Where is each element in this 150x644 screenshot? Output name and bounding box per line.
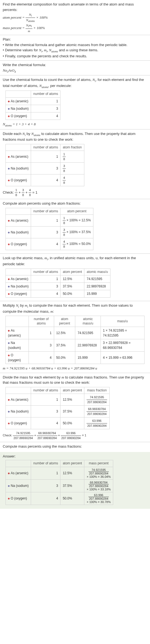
plan-h: Plan: [3,37,11,41]
dot-icon [8,485,10,487]
table-row: As (arsenic)112.5%74.921595207.88690284 [6,394,110,406]
table-atommass: number of atomsatom percentatomic mass/u… [5,269,110,298]
dot-icon [8,156,10,158]
dot-icon [8,101,10,102]
plan: Plan: • Write the chemical formula and g… [0,35,150,60]
natoms-eq: Natoms = 1 + 3 + 4 = 8 [3,122,36,126]
table-row: O (oxygen)450.0%63.996207.88690284 [6,417,110,429]
step-molmass: Multiply Ni by mi to compute the mass fo… [0,301,150,373]
m-eq: m = 74.921595 u + 68.96930784 u + 63.996… [3,366,97,370]
step-atompct: Compute atom percents using the atom fra… [0,199,150,253]
plan-b3: • Finally, compute the percents and chec… [3,54,87,58]
table-row: As (arsenic)118 [6,151,84,163]
step-atomfrac: Divide each Ni by Natoms to calculate at… [0,129,150,199]
mass-percent-eq: mass percent = Nimim × 100% [3,26,45,30]
table-row: Na (sodium)337.5%68.96930784207.88690284 [6,406,110,417]
dot-icon [8,498,10,499]
table-row: O (oxygen)450.0%15.9994 × 15.999 = 63.99… [6,352,145,364]
dot-icon [8,278,10,280]
dot-icon [8,342,10,344]
table-row: O (oxygen)450.0%15.999 [6,290,110,298]
table-row: Na (sodium)3 [6,105,60,112]
answer-label: Answer: [3,454,16,458]
table-count: number of atoms As (arsenic)1 Na (sodium… [5,91,60,120]
dot-icon [8,286,10,287]
dot-icon [8,115,10,117]
table-answer: number of atomsatom percentmass percent … [5,460,113,505]
table-row: O (oxygen)4 [6,112,60,120]
check-mf: Check: 74.921595207.88690284 + 68.969307… [3,434,86,437]
table-atomfrac: number of atomsatom fraction As (arsenic… [5,144,84,187]
step-massfrac: Divide the mass for each element by m to… [0,373,150,442]
table-row: O (oxygen)450.0%63.996207.88690284× 100%… [6,492,113,505]
step-atommass: Look up the atomic mass, mi, in unified … [0,254,150,301]
step-formula: Write the chemical formula: Na3AsO4 [0,61,150,75]
dot-icon [8,108,10,110]
plan-b1: • Write the chemical formula and gather … [3,43,127,47]
table-row: Na (sodium)337.5%22.98976928 [6,283,110,290]
answer-block: Answer: number of atomsatom percentmass … [0,452,150,509]
table-molmass: number of atomsatom percentatomic mass/u… [5,316,145,364]
dot-icon [8,220,10,222]
table-row: As (arsenic)112.5%74.921595 [6,275,110,283]
dot-icon [8,293,10,295]
dot-icon [8,244,10,245]
table-row: O (oxygen)448 × 100% = 50.0% [6,238,93,250]
intro-l1: Find the elemental composition for sodiu… [3,2,134,12]
intro: Find the elemental composition for sodiu… [0,0,150,35]
table-row: As (arsenic)1 [6,98,60,105]
check-af: Check: 18 + 38 + 48 = 1 [3,190,37,194]
dot-icon [8,399,10,401]
dot-icon [8,232,10,233]
table-row: As (arsenic)112.5%74.9215951 × 74.921595… [6,327,145,339]
plan-b2: • Determine values for Ni, mi, Natoms an… [3,48,98,52]
table-row: As (arsenic)118 × 100% = 12.5% [6,215,93,227]
table-row: Na (sodium)337.5%68.96930784207.88690284… [6,479,113,492]
dot-icon [8,180,10,181]
dot-icon [8,473,10,474]
atom-percent-eq: atom percent = NiNatoms × 100% [3,15,48,19]
table-row: Na (sodium)337.5%22.989769283 × 22.98976… [6,339,145,352]
chemical-formula: Na3AsO4 [3,68,16,72]
dot-icon [8,330,10,332]
table-row: Na (sodium)338 × 100% = 37.5% [6,227,93,238]
table-row: Na (sodium)338 [6,163,84,174]
step-masspct: Compute mass percents using the mass fra… [0,442,150,451]
table-atompct: number of atomsatom percent As (arsenic)… [5,208,93,250]
dot-icon [8,168,10,170]
dot-icon [8,355,10,356]
dot-icon [8,423,10,424]
table-row: As (arsenic)112.5%74.921595207.88690284×… [6,467,113,479]
table-massfrac: number of atomsatom percentmass fraction… [5,387,110,430]
step-count: Use the chemical formula to count the nu… [0,75,150,129]
table-row: O (oxygen)448 [6,174,84,186]
dot-icon [8,411,10,413]
